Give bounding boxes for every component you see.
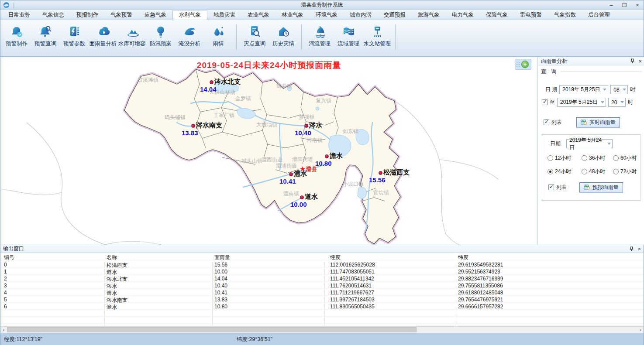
radio-circle-icon[interactable] — [548, 155, 553, 161]
radio-label: 12小时 — [555, 154, 571, 162]
table-row[interactable]: 0松滋西支15.56112.00162562502829.61935495322… — [0, 261, 644, 268]
table-cell: 10.41 — [214, 290, 227, 296]
horizontal-scrollbar[interactable]: ‹ › — [0, 326, 644, 333]
realtime-rain-button[interactable]: 实时面雨量 — [576, 117, 620, 127]
tab-18[interactable]: 后台管理 — [582, 10, 616, 20]
tab-3[interactable]: 预报制作 — [70, 10, 104, 20]
pin-icon[interactable] — [630, 58, 635, 64]
scroll-right-icon[interactable]: › — [637, 327, 644, 333]
chevron-down-icon — [603, 89, 606, 91]
column-grid-line — [324, 304, 325, 310]
column-header[interactable]: 经度 — [330, 254, 341, 261]
output-close-icon[interactable]: × — [637, 246, 641, 252]
radio-72小时[interactable]: 72小时 — [613, 168, 644, 175]
map-zoom-control[interactable]: + — [515, 59, 531, 70]
radio-circle-icon[interactable] — [613, 155, 619, 161]
ribbon-toolbar: 预警制作预警查询预警参数面雨量分析水库可增容防汛预案淹没分析雨情灾点查询历史灾情… — [0, 20, 644, 57]
raindrops-icon — [211, 24, 225, 38]
toolbar-button-doc-params[interactable]: 预警参数 — [60, 23, 89, 48]
table-row[interactable]: 6澹水10.80111.83056505043529.6666157957282 — [0, 303, 644, 310]
table-row[interactable]: 4澧水10.41111.71121966762729.6188012485048 — [0, 289, 644, 296]
close-button[interactable]: × — [634, 2, 641, 8]
column-header[interactable]: 编号 — [4, 254, 14, 261]
tab-7[interactable]: 地质灾害 — [207, 10, 241, 20]
toolbar-button-doc-search[interactable]: 灾点查询 — [240, 23, 269, 48]
tab-6[interactable]: 水利气象 — [172, 10, 207, 20]
tab-17[interactable]: 气象指数 — [548, 10, 582, 20]
to-checkbox[interactable] — [542, 99, 548, 105]
panel-close-icon[interactable]: × — [638, 58, 642, 65]
toolbar-button-sailboat[interactable]: 河流管理 — [305, 23, 334, 48]
radio-circle-icon[interactable] — [582, 169, 587, 174]
toolbar-button-history[interactable]: 历史灾情 — [269, 23, 298, 48]
radio-36小时[interactable]: 36小时 — [582, 154, 613, 162]
tab-12[interactable]: 交通预报 — [378, 10, 412, 20]
toolbar-button-label: 灾点查询 — [244, 40, 265, 48]
list-checkbox-forecast[interactable] — [548, 184, 554, 190]
radio-circle-icon[interactable] — [548, 169, 553, 174]
toolbar-button-cloud-rain[interactable]: 面雨量分析 — [89, 23, 117, 48]
column-grid-line — [324, 297, 325, 303]
tab-9[interactable]: 林业气象 — [276, 10, 310, 20]
tab-14[interactable]: 电力气象 — [446, 10, 480, 20]
tab-2[interactable]: 气象信息 — [36, 10, 70, 20]
map-view[interactable]: 2019-05-24日未来24小时预报面雨量 甘溪滩镇盐井镇天供山林场金罗镇复兴… — [0, 57, 538, 245]
radio-12小时[interactable]: 12小时 — [548, 154, 582, 162]
start-date-select[interactable]: 2019年 5月25日 — [559, 85, 608, 94]
town-label: 码头铺镇 — [165, 114, 186, 121]
toolbar-button-reservoir[interactable]: 水库可增容 — [117, 23, 146, 48]
scrollbar-thumb[interactable] — [7, 327, 417, 332]
table-row[interactable]: 3涔水10.40111.7620051463129.7555811355086 — [0, 282, 644, 289]
tab-4[interactable]: 气象预警 — [104, 10, 138, 20]
menu-tab-bar: 日常业务气象信息预报制作气象预警应急气象水利气象地质灾害农业气象林业气象环境气象… — [0, 10, 644, 20]
radio-24小时[interactable]: 24小时 — [548, 168, 582, 175]
scroll-left-icon[interactable]: ‹ — [0, 327, 7, 333]
end-date-select[interactable]: 2019年 5月25日 — [557, 98, 606, 107]
radio-circle-icon[interactable] — [613, 169, 619, 174]
tab-1[interactable]: 日常业务 — [2, 10, 36, 20]
pin-icon[interactable] — [629, 246, 634, 252]
start-hour-select[interactable]: 08 — [610, 85, 628, 94]
tab-16[interactable]: 雷电预警 — [514, 10, 548, 20]
drag-grip-icon[interactable] — [517, 62, 520, 67]
maximize-button[interactable]: ❐ — [621, 2, 628, 8]
table-row[interactable] — [0, 317, 644, 324]
toolbar-button-alert-edit[interactable]: 预警制作 — [2, 23, 31, 48]
radio-48小时[interactable]: 48小时 — [582, 168, 613, 175]
table-row[interactable] — [0, 310, 644, 317]
tab-5[interactable]: 应急气象 — [138, 10, 172, 20]
station-rain-value: 13.83 — [182, 129, 198, 137]
toolbar-button-hydro-station[interactable]: 水文站管理 — [363, 23, 392, 48]
column-grid-line — [104, 283, 105, 289]
alert-edit-icon — [10, 24, 24, 38]
station-rain-value: 10.40 — [295, 129, 311, 137]
forecast-rain-button[interactable]: 预报面雨量 — [579, 182, 623, 192]
table-cell: 111.452105411342 — [330, 276, 374, 282]
table-row[interactable]: 5涔水南支13.83111.39726718450329.76544769759… — [0, 296, 644, 303]
table-row[interactable] — [0, 324, 644, 326]
radio-circle-icon[interactable] — [582, 155, 587, 161]
list-checkbox-realtime[interactable] — [544, 120, 549, 125]
table-row[interactable]: 2涔水北支14.04111.45210541134229.88234767169… — [0, 275, 644, 282]
zoom-in-button[interactable]: + — [521, 61, 529, 68]
toolbar-button-basin-waves[interactable]: 流域管理 — [334, 23, 363, 48]
chevron-down-icon — [601, 101, 604, 103]
toolbar-button-raindrops[interactable]: 雨情 — [204, 23, 233, 48]
toolbar-button-bulb[interactable]: 防汛预案 — [146, 23, 175, 48]
toolbar-button-bell-search[interactable]: 预警查询 — [31, 23, 60, 48]
column-header[interactable]: 名称 — [107, 254, 117, 261]
minimize-button[interactable]: – — [608, 2, 615, 8]
table-row[interactable]: 1道水10.00111.74708305505129.552156374923 — [0, 268, 644, 275]
tab-13[interactable]: 旅游气象 — [412, 10, 446, 20]
tab-8[interactable]: 农业气象 — [241, 10, 276, 20]
tab-10[interactable]: 环境气象 — [310, 10, 344, 20]
output-window: 输出窗口 × 编号名称面雨量经度纬度 0松滋西支15.56112.0016256… — [0, 245, 644, 333]
tab-15[interactable]: 保险气象 — [480, 10, 514, 20]
end-hour-select[interactable]: 20 — [608, 98, 626, 107]
forecast-date-select[interactable]: 2019年 5月24日 — [566, 139, 613, 148]
tab-11[interactable]: 城市内涝 — [344, 10, 378, 20]
radio-60小时[interactable]: 60小时 — [613, 154, 644, 162]
column-header[interactable]: 面雨量 — [214, 254, 230, 261]
toolbar-button-wave[interactable]: 淹没分析 — [175, 23, 204, 48]
column-header[interactable]: 纬度 — [458, 254, 468, 261]
